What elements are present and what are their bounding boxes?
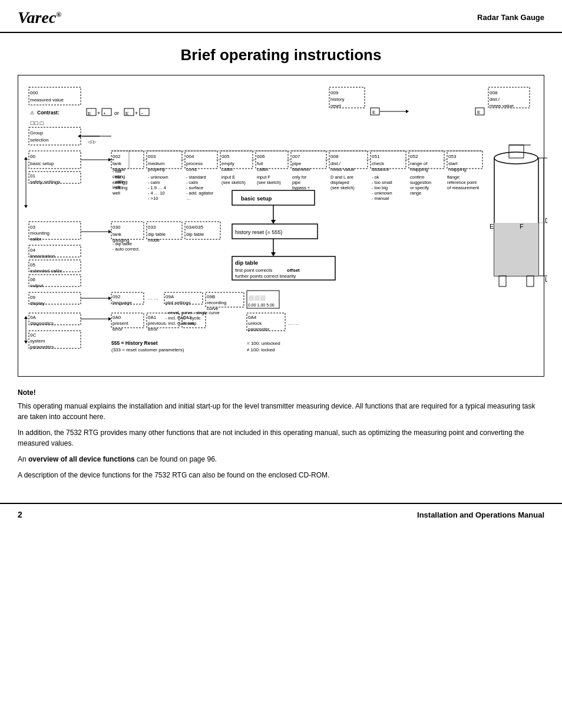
note-section: Note! This operating manual explains the…: [18, 387, 544, 485]
svg-text:mapping: mapping: [448, 167, 467, 172]
note-paragraph-2: In addition, the 7532 RTG provides many …: [18, 427, 544, 449]
svg-text:09B: 09B: [207, 294, 215, 299]
logo-text: Varec: [18, 8, 56, 27]
svg-text:- flat: - flat: [113, 174, 122, 180]
svg-text:01: 01: [30, 173, 35, 179]
svg-text:000: 000: [30, 90, 38, 95]
svg-text:or specify: or specify: [410, 185, 429, 190]
svg-text:property: property: [148, 167, 165, 172]
svg-marker-21: [78, 134, 81, 138]
svg-marker-63: [108, 317, 111, 321]
svg-text:(see sketch): (see sketch): [257, 180, 281, 185]
svg-text:034/035: 034/035: [186, 225, 203, 230]
svg-text:- dip table: - dip table: [113, 241, 132, 246]
svg-text:mounting: mounting: [30, 230, 49, 236]
svg-text:053: 053: [448, 154, 457, 159]
svg-text:E: E: [490, 223, 494, 230]
svg-text:09: 09: [30, 295, 35, 300]
svg-text:tank: tank: [113, 232, 122, 237]
svg-text:008: 008: [330, 154, 339, 159]
svg-text:present: present: [113, 321, 128, 326]
svg-text:007: 007: [292, 154, 300, 159]
svg-text:(see sketch): (see sketch): [222, 180, 246, 185]
svg-text:parameters: parameters: [30, 344, 54, 350]
svg-text:L: L: [545, 276, 547, 283]
diagram-section: 000 measured value ⚠ Contrast: E + + or …: [18, 75, 544, 377]
svg-text:06: 06: [30, 277, 35, 282]
svg-text:further points correct lineari: further points correct linearity: [235, 274, 296, 279]
svg-text:052: 052: [410, 154, 418, 159]
svg-text:plot settings: plot settings: [166, 300, 191, 305]
header: Varec® Radar Tank Gauge: [0, 0, 562, 33]
svg-text:00: 00: [30, 154, 35, 159]
svg-text:(see sketch): (see sketch): [330, 185, 355, 190]
svg-text:well: well: [112, 190, 120, 196]
svg-text:diagnostics: diagnostics: [30, 321, 54, 326]
svg-text:0A1: 0A1: [148, 315, 157, 320]
svg-text:- too big: - too big: [372, 185, 388, 190]
svg-text:pipe: pipe: [292, 180, 300, 185]
note-title: Note!: [18, 387, 544, 398]
svg-text:diameter: diameter: [292, 167, 310, 172]
svg-text:☐☐ ☐: ☐☐ ☐: [30, 121, 44, 126]
overview-link: overview of all device functions: [28, 455, 135, 463]
svg-text:- standard: - standard: [186, 174, 206, 180]
svg-text:measured value: measured value: [30, 97, 64, 103]
svg-text:+: +: [135, 110, 138, 116]
svg-text:display: display: [30, 301, 45, 306]
svg-text:or: or: [114, 110, 119, 116]
svg-text:range of: range of: [410, 161, 428, 166]
svg-text:005: 005: [222, 154, 230, 159]
svg-text:calibr.: calibr.: [222, 167, 234, 172]
svg-text:pipe: pipe: [292, 161, 302, 166]
svg-text:dist./: dist./: [490, 97, 500, 102]
svg-text:calibr.: calibr.: [257, 167, 269, 172]
operating-diagram: 000 measured value ⚠ Contrast: E + + or …: [23, 81, 547, 370]
svg-text:002: 002: [113, 154, 121, 159]
svg-marker-44: [108, 230, 111, 233]
svg-text:05: 05: [30, 262, 35, 268]
footer: 2 Installation and Operations Manual: [0, 503, 562, 525]
note-paragraph-3: An overview of all device functions can …: [18, 454, 544, 465]
header-title: Radar Tank Gauge: [477, 8, 544, 22]
svg-marker-27: [108, 158, 111, 162]
svg-text:⬜⬜⬜: ⬜⬜⬜: [248, 295, 266, 301]
note-paragraph-4: A description of the device functions fo…: [18, 470, 544, 481]
svg-text:reset: reset: [330, 103, 342, 108]
svg-text:displayed: displayed: [330, 180, 349, 185]
svg-text:empty: empty: [222, 161, 234, 166]
svg-text:009: 009: [330, 90, 339, 95]
svg-text:history: history: [330, 97, 345, 102]
svg-text:+: +: [103, 111, 106, 116]
svg-marker-65: [24, 316, 28, 319]
svg-text:calibr.: calibr.: [30, 236, 42, 242]
svg-text:- auto correct.: - auto correct.: [113, 246, 140, 252]
svg-text:◁□▷: ◁□▷: [88, 140, 97, 144]
svg-text:= 100: unlocked: = 100: unlocked: [247, 341, 280, 346]
svg-marker-30: [24, 205, 28, 208]
page-title: Brief operating instructions: [0, 33, 562, 75]
svg-text:selection: selection: [30, 137, 49, 143]
svg-text:F: F: [520, 223, 524, 230]
svg-text:offset: offset: [287, 268, 300, 273]
svg-text:dip table: dip table: [186, 232, 204, 237]
svg-marker-29: [24, 157, 28, 160]
svg-text:… …: … …: [288, 321, 299, 326]
svg-text:distance: distance: [372, 167, 389, 172]
svg-text:008: 008: [490, 90, 498, 95]
svg-text:extended calibr.: extended calibr.: [30, 268, 63, 274]
svg-text:09A: 09A: [166, 294, 174, 299]
svg-text:output: output: [30, 283, 44, 288]
svg-text:system: system: [30, 338, 45, 344]
svg-text:error: error: [113, 327, 123, 332]
svg-text:−: −: [141, 111, 144, 116]
svg-text:flange:: flange:: [447, 174, 461, 180]
svg-text:(333 = reset customer paramete: (333 = reset customer parameters): [111, 347, 184, 353]
svg-text:error: error: [148, 327, 158, 332]
svg-text:0A0: 0A0: [113, 315, 121, 320]
svg-text:full: full: [257, 161, 263, 166]
svg-text:- calm: - calm: [186, 180, 198, 185]
manual-title: Installation and Operations Manual: [417, 510, 544, 519]
svg-text:Group: Group: [30, 130, 44, 136]
svg-text:0.00  1.00  5.00: 0.00 1.00 5.00: [248, 303, 275, 307]
